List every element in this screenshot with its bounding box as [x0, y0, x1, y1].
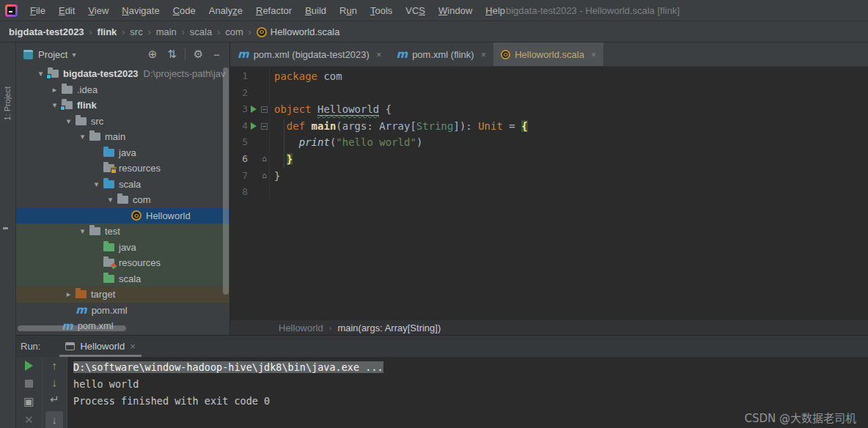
camera-icon[interactable]: ▣	[16, 393, 42, 411]
rerun-play-icon	[25, 361, 33, 371]
fold-end-icon: ⌂	[262, 168, 267, 185]
chevron-down-icon[interactable]: ▾	[62, 117, 76, 126]
chevron-separator-icon: ›	[249, 27, 251, 37]
line-number: 5	[230, 134, 248, 151]
kill-icon[interactable]: ✕	[16, 411, 42, 428]
gutter	[248, 85, 260, 102]
hide-panel-icon[interactable]: −	[208, 48, 225, 61]
tree-item-java[interactable]: java	[16, 145, 229, 161]
menu-item-analyze[interactable]: Analyze	[202, 0, 249, 21]
editor-tab-pom-xml-bigdata-test2023-[interactable]: mpom.xml (bigdata-test2023)×	[230, 43, 389, 66]
down-icon[interactable]: ↓	[43, 374, 67, 391]
collapse-all-icon[interactable]: ⇅	[162, 48, 182, 61]
chevron-separator-icon: ›	[217, 27, 220, 37]
tree-item-Helloworld[interactable]: OHelloworld	[16, 208, 229, 224]
menu-item-tools[interactable]: Tools	[364, 0, 399, 21]
scroll-end-icon[interactable]: ↓	[43, 408, 67, 428]
fold-gutter	[260, 85, 269, 102]
tree-item-pom-xml[interactable]: mpom.xml	[16, 303, 229, 319]
chevron-right-icon[interactable]: ▸	[48, 85, 62, 95]
fold-marker-icon[interactable]: ⌂	[260, 168, 269, 185]
breadcrumb-item-bigdata-test2023[interactable]: bigdata-test2023	[9, 26, 84, 37]
test-resources-badge-icon	[110, 263, 117, 270]
menu-item-build[interactable]: Build	[298, 0, 333, 21]
breadcrumb-item-scala[interactable]: scala	[190, 26, 212, 37]
intellij-logo-icon	[5, 4, 18, 17]
close-icon[interactable]: ×	[481, 49, 487, 60]
run-console[interactable]: D:\software\window-hadoop-hive\jdk8\bin\…	[67, 357, 868, 428]
editor-tab-pom-xml-flink-[interactable]: mpom.xml (flink)×	[389, 43, 493, 66]
menu-item-vcs[interactable]: VCS	[399, 0, 432, 21]
menu-item-refactor[interactable]: Refactor	[249, 0, 298, 21]
code-text: object Helloworld {	[269, 101, 391, 118]
tree-item-java[interactable]: java	[16, 240, 229, 256]
chevron-down-icon[interactable]: ▾	[76, 226, 89, 236]
fold-marker-icon[interactable]: ⌂	[260, 151, 269, 168]
run-gutter-icon[interactable]	[248, 118, 260, 135]
menu-item-code[interactable]: Code	[166, 0, 202, 21]
tree-item--idea[interactable]: ▸.idea	[16, 82, 229, 98]
tree-item-test[interactable]: ▾test	[16, 224, 229, 240]
tree-item-label: target	[91, 289, 115, 300]
folder-icon	[89, 227, 100, 235]
tree-item-main[interactable]: ▾main	[16, 129, 229, 145]
menu-item-window[interactable]: Window	[432, 0, 479, 21]
vertical-scrollbar[interactable]	[223, 67, 229, 295]
menu-item-edit[interactable]: Edit	[52, 0, 81, 21]
chevron-down-icon[interactable]: ▾	[89, 180, 103, 189]
chevron-right-icon[interactable]: ▸	[62, 289, 76, 299]
chevron-down-icon[interactable]: ▾	[72, 51, 76, 59]
tree-item-label: Helloworld	[146, 210, 191, 221]
code-line: 8	[230, 184, 868, 201]
tree-item-resources[interactable]: resources	[16, 255, 229, 271]
gear-icon[interactable]: ⚙	[188, 48, 208, 61]
tree-item-scala[interactable]: ▾scala	[16, 177, 229, 193]
menu-item-navigate[interactable]: Navigate	[115, 0, 166, 21]
up-icon[interactable]: ↑	[43, 357, 67, 374]
menu-item-file[interactable]: File	[23, 0, 52, 21]
stop-icon[interactable]	[16, 375, 42, 394]
folder-icon	[62, 86, 73, 94]
code-editor[interactable]: 1package com23−object Helloworld {4− def…	[230, 67, 868, 320]
close-icon[interactable]: ×	[130, 341, 136, 352]
folder-icon	[117, 196, 128, 204]
tree-item-scala[interactable]: scala	[16, 271, 229, 287]
editor-breadcrumb-item[interactable]: Helloworld	[279, 322, 323, 333]
code-text: print("hello world")	[269, 134, 422, 151]
fold-marker-icon[interactable]: −	[260, 101, 269, 118]
breadcrumb-item-com[interactable]: com	[225, 26, 243, 37]
menu-item-run[interactable]: Run	[333, 0, 364, 21]
chevron-down-icon[interactable]: ▾	[76, 132, 89, 141]
tree-item-com[interactable]: ▾com	[16, 192, 229, 208]
breadcrumb-item-src[interactable]: src	[130, 26, 142, 37]
breadcrumb-item-flink[interactable]: flink	[98, 26, 117, 37]
run-tab-helloworld[interactable]: Helloworld ×	[59, 336, 141, 357]
maven-file-icon: m	[76, 305, 87, 315]
tree-item-label: flink	[77, 100, 97, 111]
soft-wrap-icon[interactable]: ↵	[43, 391, 67, 408]
project-strip-label[interactable]: 1: Project	[3, 86, 12, 120]
menu-item-view[interactable]: View	[81, 0, 115, 21]
run-gutter-icon[interactable]	[248, 101, 260, 118]
tree-item-flink[interactable]: ▾flink	[16, 97, 229, 114]
close-icon[interactable]: ×	[591, 49, 597, 60]
locate-file-icon[interactable]: ⊕	[143, 48, 163, 61]
tree-item-bigdata-test2023[interactable]: ▾bigdata-test2023D:\projects-path\jav	[16, 66, 229, 82]
close-icon[interactable]: ×	[376, 49, 382, 60]
chevron-down-icon[interactable]: ▾	[103, 195, 117, 204]
tree-item-target[interactable]: ▸target	[16, 287, 229, 303]
project-toolwindow-icon	[23, 50, 33, 59]
project-panel-title[interactable]: Project	[38, 49, 67, 60]
breadcrumb-item-main[interactable]: main	[156, 26, 177, 37]
tree-item-resources[interactable]: resources	[16, 160, 229, 177]
code-text: package com	[269, 68, 342, 85]
editor-tab-helloworld-scala[interactable]: OHelloworld.scala×	[493, 43, 603, 66]
line-number: 6	[230, 151, 248, 168]
horizontal-scrollbar[interactable]	[18, 325, 126, 331]
stop-square-icon	[25, 380, 33, 388]
tree-item-src[interactable]: ▾src	[16, 114, 229, 130]
fold-marker-icon[interactable]: −	[260, 118, 269, 135]
editor-breadcrumb-item[interactable]: main(args: Array[String])	[337, 322, 441, 333]
rerun-icon[interactable]	[16, 357, 42, 375]
breadcrumb-item-file[interactable]: OHelloworld.scala	[257, 26, 340, 37]
